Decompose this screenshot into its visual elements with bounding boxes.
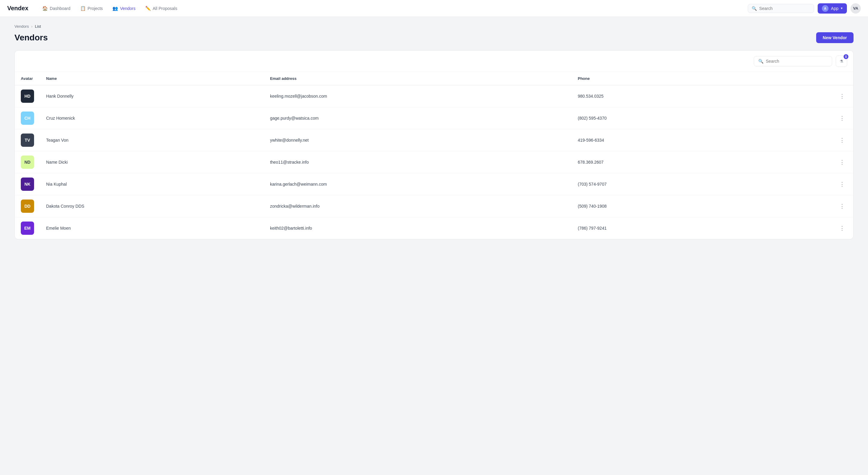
- brand-logo: Vendex: [7, 5, 28, 12]
- page-title: Vendors: [14, 33, 48, 42]
- avatar-cell: TV: [15, 129, 40, 151]
- name-cell: Hank Donnelly: [40, 85, 264, 107]
- filter-count-badge: 0: [844, 54, 848, 59]
- avatar-cell: DD: [15, 195, 40, 217]
- email-cell: karina.gerlach@weimann.com: [264, 173, 572, 195]
- name-cell: Nia Kuphal: [40, 173, 264, 195]
- avatar: TV: [21, 133, 34, 147]
- avatar-cell: ND: [15, 151, 40, 173]
- user-initials-badge[interactable]: VA: [850, 3, 861, 13]
- email-cell: zondricka@wilderman.info: [264, 195, 572, 217]
- navbar: Vendex 🏠 Dashboard 📋 Projects 👥 Vendors …: [0, 0, 868, 17]
- table-header-row: Avatar Name Email address Phone: [15, 72, 853, 85]
- breadcrumb-separator: ›: [31, 24, 33, 29]
- more-options-button[interactable]: ⋮: [837, 158, 847, 167]
- nav-link-proposals-label: All Proposals: [153, 6, 178, 11]
- name-cell: Teagan Von: [40, 129, 264, 151]
- actions-cell: ⋮: [754, 85, 853, 107]
- phone-cell: 678.369.2607: [572, 151, 754, 173]
- avatar: HD: [21, 90, 34, 103]
- phone-cell: 419-596-6334: [572, 129, 754, 151]
- nav-link-proposals[interactable]: ✏️ All Proposals: [141, 3, 182, 13]
- breadcrumb-parent[interactable]: Vendors: [14, 24, 29, 29]
- app-button[interactable]: A App ▾: [818, 3, 847, 13]
- avatar-cell: CH: [15, 107, 40, 129]
- nav-link-dashboard[interactable]: 🏠 Dashboard: [38, 3, 75, 13]
- email-cell: keeling.mozell@jacobson.com: [264, 85, 572, 107]
- table-row: EM Emelie Moen keith02@bartoletti.info (…: [15, 217, 853, 239]
- nav-link-projects-label: Projects: [88, 6, 103, 11]
- more-options-button[interactable]: ⋮: [837, 114, 847, 123]
- table-row: ND Name Dicki theo11@stracke.info 678.36…: [15, 151, 853, 173]
- email-cell: gage.purdy@watsica.com: [264, 107, 572, 129]
- nav-link-vendors[interactable]: 👥 Vendors: [108, 3, 140, 13]
- phone-cell: 980.534.0325: [572, 85, 754, 107]
- col-avatar: Avatar: [15, 72, 40, 85]
- table-search-icon: 🔍: [758, 59, 764, 64]
- actions-cell: ⋮: [754, 173, 853, 195]
- phone-cell: (703) 574-9707: [572, 173, 754, 195]
- filter-icon: ⚗: [840, 59, 843, 64]
- breadcrumb-current: List: [35, 24, 41, 29]
- navbar-search[interactable]: 🔍: [748, 4, 814, 13]
- proposals-icon: ✏️: [145, 6, 151, 11]
- table-row: DD Dakota Conroy DDS zondricka@wilderman…: [15, 195, 853, 217]
- projects-icon: 📋: [80, 6, 86, 11]
- avatar: ND: [21, 156, 34, 169]
- more-options-button[interactable]: ⋮: [837, 136, 847, 145]
- email-cell: theo11@stracke.info: [264, 151, 572, 173]
- vendors-tbody: HD Hank Donnelly keeling.mozell@jacobson…: [15, 85, 853, 239]
- avatar-cell: HD: [15, 85, 40, 107]
- page-header: Vendors New Vendor: [14, 32, 854, 43]
- actions-cell: ⋮: [754, 107, 853, 129]
- nav-link-vendors-label: Vendors: [120, 6, 135, 11]
- name-cell: Cruz Homenick: [40, 107, 264, 129]
- name-cell: Name Dicki: [40, 151, 264, 173]
- filter-button[interactable]: ⚗ 0: [836, 56, 847, 67]
- navbar-right: 🔍 A App ▾ VA: [748, 3, 861, 13]
- avatar: EM: [21, 222, 34, 235]
- more-options-button[interactable]: ⋮: [837, 180, 847, 189]
- avatar-cell: NK: [15, 173, 40, 195]
- navbar-search-input[interactable]: [759, 6, 810, 11]
- col-phone: Phone: [572, 72, 754, 85]
- nav-link-projects[interactable]: 📋 Projects: [76, 3, 107, 13]
- table-row: HD Hank Donnelly keeling.mozell@jacobson…: [15, 85, 853, 107]
- actions-cell: ⋮: [754, 217, 853, 239]
- name-cell: Dakota Conroy DDS: [40, 195, 264, 217]
- actions-cell: ⋮: [754, 151, 853, 173]
- more-options-button[interactable]: ⋮: [837, 92, 847, 101]
- table-search[interactable]: 🔍: [754, 56, 832, 66]
- actions-cell: ⋮: [754, 129, 853, 151]
- table-card: 🔍 ⚗ 0 Avatar Name Email address Phone: [14, 50, 854, 239]
- email-cell: ywhite@donnelly.net: [264, 129, 572, 151]
- chevron-down-icon: ▾: [841, 6, 843, 10]
- app-avatar: A: [822, 5, 829, 12]
- table-toolbar: 🔍 ⚗ 0: [15, 51, 853, 72]
- phone-cell: (786) 797-9241: [572, 217, 754, 239]
- nav-links: 🏠 Dashboard 📋 Projects 👥 Vendors ✏️ All …: [38, 3, 738, 13]
- dashboard-icon: 🏠: [42, 6, 48, 11]
- table-search-input[interactable]: [766, 59, 828, 64]
- actions-cell: ⋮: [754, 195, 853, 217]
- breadcrumb: Vendors › List: [14, 24, 854, 29]
- email-cell: keith02@bartoletti.info: [264, 217, 572, 239]
- table-header: Avatar Name Email address Phone: [15, 72, 853, 85]
- col-actions: [754, 72, 853, 85]
- more-options-button[interactable]: ⋮: [837, 202, 847, 211]
- avatar: DD: [21, 199, 34, 213]
- col-name: Name: [40, 72, 264, 85]
- avatar-cell: EM: [15, 217, 40, 239]
- new-vendor-button[interactable]: New Vendor: [816, 32, 854, 43]
- avatar: NK: [21, 178, 34, 191]
- table-row: TV Teagan Von ywhite@donnelly.net 419-59…: [15, 129, 853, 151]
- table-row: NK Nia Kuphal karina.gerlach@weimann.com…: [15, 173, 853, 195]
- search-icon: 🔍: [752, 6, 757, 11]
- more-options-button[interactable]: ⋮: [837, 224, 847, 233]
- phone-cell: (509) 740-1908: [572, 195, 754, 217]
- col-email: Email address: [264, 72, 572, 85]
- name-cell: Emelie Moen: [40, 217, 264, 239]
- app-button-label: App: [831, 6, 838, 11]
- table-row: CH Cruz Homenick gage.purdy@watsica.com …: [15, 107, 853, 129]
- vendors-table: Avatar Name Email address Phone HD Hank …: [15, 72, 853, 239]
